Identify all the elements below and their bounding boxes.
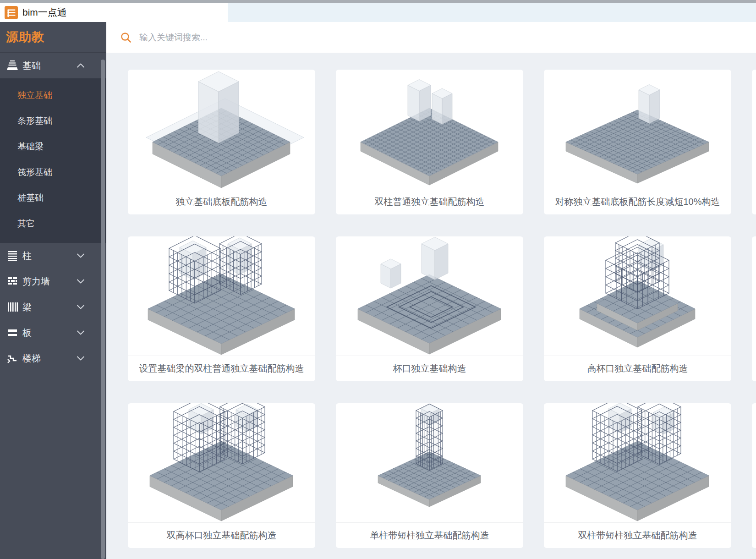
model-card[interactable]: 设置基础梁的双柱普通独立基础配筋构造: [128, 236, 315, 381]
stairs-icon: [6, 352, 18, 364]
sidebar-item-label: 柱: [22, 250, 32, 262]
model-card[interactable]: 高杯口独立基础配筋构造: [544, 236, 731, 381]
model-thumbnail: [336, 403, 523, 523]
model-card[interactable]: 双高杯口独立基础配筋构造: [128, 403, 315, 548]
model-title: 双高杯口独立基础配筋构造: [128, 523, 315, 548]
model-card[interactable]: 双柱带短柱独立基础配筋构造: [544, 403, 731, 548]
model-thumbnail: [128, 236, 315, 356]
model-thumbnail: [336, 70, 523, 189]
sidebar-subitem-0-3[interactable]: 筏形基础: [0, 159, 106, 185]
sidebar-item-label: 基础: [22, 60, 41, 72]
main-area: 独立基础底板配筋构造双柱普通独立基础配筋构造对称独立基础底板配筋长度减短10%构…: [106, 22, 756, 559]
model-card[interactable]: 双柱普通独立基础配筋构造: [336, 70, 523, 214]
model-thumbnail: [128, 70, 315, 189]
column-icon: [6, 250, 18, 262]
model-thumbnail: [128, 403, 315, 523]
model-title: 双柱带短柱独立基础配筋构造: [544, 523, 731, 548]
sidebar-item-4[interactable]: 板: [0, 320, 106, 345]
partial-card[interactable]: [752, 70, 756, 214]
search-bar: [106, 22, 756, 53]
model-title: 单柱带短柱独立基础配筋构造: [336, 523, 523, 548]
search-input[interactable]: [138, 32, 333, 43]
partial-card[interactable]: [752, 403, 756, 548]
model-thumbnail: [544, 236, 731, 356]
model-thumbnail: [336, 236, 523, 356]
model-title: 对称独立基础底板配筋长度减短10%构造: [544, 189, 731, 214]
app-favicon-icon: [5, 6, 18, 19]
model-card[interactable]: 杯口独立基础构造: [336, 236, 523, 381]
sidebar-submenu: 独立基础条形基础基础梁筏形基础桩基础其它: [0, 78, 106, 243]
tab-title: bim一点通: [22, 6, 67, 19]
foundation-icon: [6, 60, 18, 71]
sidebar-item-0[interactable]: 基础: [0, 53, 106, 78]
sidebar-subitem-0-0[interactable]: 独立基础: [0, 82, 106, 108]
model-title: 设置基础梁的双柱普通独立基础配筋构造: [128, 356, 315, 381]
model-title: 双柱普通独立基础配筋构造: [336, 189, 523, 214]
sidebar-item-2[interactable]: 剪力墙: [0, 269, 106, 294]
search-icon: [120, 32, 132, 44]
model-thumbnail: [544, 70, 731, 189]
sidebar: 源助教 基础独立基础条形基础基础梁筏形基础桩基础其它柱剪力墙梁板楼梯: [0, 22, 106, 559]
model-card[interactable]: 单柱带短柱独立基础配筋构造: [336, 403, 523, 548]
model-title: 杯口独立基础构造: [336, 356, 523, 381]
card-row: 独立基础底板配筋构造双柱普通独立基础配筋构造对称独立基础底板配筋长度减短10%构…: [128, 70, 756, 214]
sidebar-scrollbar-thumb[interactable]: [101, 60, 105, 559]
model-card[interactable]: 独立基础底板配筋构造: [128, 70, 315, 214]
sidebar-subitem-0-5[interactable]: 其它: [0, 211, 106, 236]
sidebar-subitem-0-4[interactable]: 桩基础: [0, 185, 106, 211]
model-title: 高杯口独立基础配筋构造: [544, 356, 731, 381]
sidebar-item-5[interactable]: 楼梯: [0, 345, 106, 371]
model-title: 独立基础底板配筋构造: [128, 189, 315, 214]
shearwall-icon: [6, 275, 18, 287]
sidebar-item-label: 板: [22, 327, 32, 339]
partial-card[interactable]: [752, 236, 756, 381]
sidebar-item-label: 梁: [22, 301, 32, 313]
sidebar-subitem-0-1[interactable]: 条形基础: [0, 108, 106, 134]
sidebar-item-1[interactable]: 柱: [0, 243, 106, 269]
slab-icon: [6, 327, 18, 339]
sidebar-item-label: 楼梯: [22, 352, 41, 365]
sidebar-brand: 源助教: [0, 22, 106, 53]
sidebar-item-label: 剪力墙: [22, 275, 50, 288]
card-grid: 独立基础底板配筋构造双柱普通独立基础配筋构造对称独立基础底板配筋长度减短10%构…: [106, 53, 756, 559]
sidebar-subitem-0-2[interactable]: 基础梁: [0, 134, 106, 159]
sidebar-item-3[interactable]: 梁: [0, 294, 106, 320]
card-row: 设置基础梁的双柱普通独立基础配筋构造杯口独立基础构造高杯口独立基础配筋构造: [128, 236, 756, 381]
model-card[interactable]: 对称独立基础底板配筋长度减短10%构造: [544, 70, 731, 214]
card-row: 双高杯口独立基础配筋构造单柱带短柱独立基础配筋构造双柱带短柱独立基础配筋构造: [128, 403, 756, 548]
sidebar-nav: 基础独立基础条形基础基础梁筏形基础桩基础其它柱剪力墙梁板楼梯: [0, 53, 106, 371]
browser-tab-bar: bim一点通: [0, 3, 756, 22]
model-thumbnail: [544, 403, 731, 523]
beam-icon: [6, 301, 18, 313]
browser-tab[interactable]: bim一点通: [0, 3, 228, 22]
